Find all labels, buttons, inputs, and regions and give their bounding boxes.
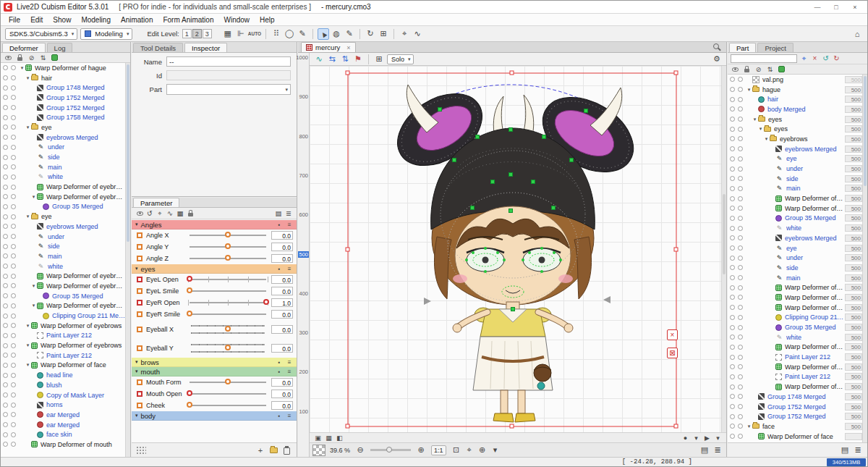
collapse-icon[interactable]: ▾: [135, 359, 138, 365]
tree-item[interactable]: ear Merged: [1, 420, 125, 430]
collapse-icon[interactable]: ▾: [746, 424, 752, 429]
visibility-toggle[interactable]: [730, 256, 735, 261]
mirror-h-icon[interactable]: ⇆: [326, 54, 338, 65]
tree-item[interactable]: under: [1, 232, 125, 242]
tree-item[interactable]: ▾eye: [1, 211, 125, 222]
visibility-toggle[interactable]: [3, 392, 8, 397]
param-slider[interactable]: [188, 321, 268, 338]
slider-handle[interactable]: [187, 311, 192, 316]
tree-item[interactable]: under500: [728, 253, 862, 263]
collapse-icon[interactable]: ▾: [30, 303, 37, 308]
lock-toggle[interactable]: [11, 244, 16, 249]
keyform-indicator[interactable]: [137, 345, 142, 351]
group-keyform-icon[interactable]: ▪: [276, 221, 283, 229]
lock-toggle[interactable]: [738, 216, 743, 221]
solo-filter-icon[interactable]: ⊘: [754, 65, 762, 74]
lock-toggle[interactable]: [11, 194, 16, 199]
delete-form-button[interactable]: ×: [667, 329, 678, 340]
param-sheet-icon[interactable]: ▤: [274, 209, 283, 218]
visibility-toggle[interactable]: [730, 434, 735, 439]
tree-item[interactable]: under500: [728, 164, 862, 174]
play-menu-icon[interactable]: ▾: [713, 434, 723, 442]
tree-item[interactable]: eyebrows Merged500: [728, 233, 862, 243]
visibility-toggle[interactable]: [3, 214, 8, 219]
visibility-toggle[interactable]: [730, 305, 735, 310]
lock-toggle[interactable]: [11, 95, 16, 100]
visibility-toggle[interactable]: [3, 303, 8, 308]
sdk-version-select[interactable]: SDK5.3/Cubism5.3 ▾: [5, 28, 77, 40]
parts-grid-icon[interactable]: ▤: [839, 445, 851, 456]
lock-toggle[interactable]: [738, 127, 743, 132]
lock-toggle[interactable]: [11, 314, 16, 319]
tree-item[interactable]: white500: [728, 223, 862, 233]
snap-center-icon[interactable]: ⌖: [464, 445, 475, 456]
menu-form-animation[interactable]: Form Animation: [158, 16, 218, 24]
visibility-toggle[interactable]: [730, 117, 735, 122]
param-slider[interactable]: [188, 253, 268, 264]
lock-toggle[interactable]: [11, 382, 16, 387]
param-value[interactable]: 0.0: [271, 243, 293, 251]
lock-toggle[interactable]: [11, 135, 16, 140]
redo-icon[interactable]: ↻: [832, 54, 841, 63]
group-menu-icon[interactable]: ≡: [286, 368, 293, 376]
tree-item[interactable]: val.png500: [728, 75, 862, 85]
visibility-toggle[interactable]: [3, 244, 8, 249]
tree-item[interactable]: side500: [728, 174, 862, 184]
collapse-icon[interactable]: ▾: [763, 136, 770, 142]
tree-item[interactable]: horns: [1, 400, 125, 410]
param-lock-icon[interactable]: [186, 209, 195, 218]
slider-handle[interactable]: [225, 255, 231, 261]
zoom-slider[interactable]: [370, 449, 411, 451]
lock-toggle[interactable]: [738, 245, 743, 251]
tree-item[interactable]: Group 1752 Merged: [1, 103, 125, 113]
visibility-toggle[interactable]: [730, 295, 735, 300]
collapse-icon[interactable]: ▾: [19, 65, 25, 71]
tab-inspector[interactable]: Inspector: [184, 43, 227, 52]
lock-toggle[interactable]: [738, 167, 743, 172]
param-menu-icon[interactable]: ≣: [284, 209, 293, 218]
tree-item[interactable]: Group 35 Merged500: [728, 214, 862, 224]
tree-item[interactable]: ▾Warp Deformer of eyebrows4: [1, 301, 125, 311]
lock-toggle[interactable]: [11, 75, 16, 80]
group-menu-icon[interactable]: ≡: [286, 358, 293, 366]
param-slider[interactable]: [188, 389, 268, 399]
keyform-indicator[interactable]: [137, 327, 142, 332]
lock-toggle[interactable]: [738, 176, 743, 181]
keyform-indicator[interactable]: [137, 311, 142, 317]
tree-item[interactable]: Paint Layer 212500: [728, 352, 862, 362]
lock-toggle[interactable]: [11, 303, 16, 308]
edit-level-1[interactable]: 1: [182, 29, 192, 38]
visibility-toggle[interactable]: [730, 235, 735, 240]
tree-item[interactable]: under: [1, 143, 125, 153]
param-value[interactable]: 0.0: [271, 254, 293, 263]
grid-toggle-icon[interactable]: ⊞: [373, 54, 385, 65]
glue-icon[interactable]: ⊩: [235, 28, 247, 40]
balloon-icon[interactable]: ◍: [331, 28, 342, 40]
visibility-toggle[interactable]: [730, 206, 735, 211]
tree-item[interactable]: Warp Deformer of eyebrows2: [1, 182, 125, 192]
new-folder-icon[interactable]: [268, 445, 279, 456]
visibility-toggle[interactable]: [3, 274, 8, 279]
tree-item[interactable]: Group 35 Merged500: [728, 322, 862, 332]
tree-item[interactable]: Paint Layer 212500: [728, 372, 862, 382]
search-icon[interactable]: [710, 41, 722, 52]
lock-toggle[interactable]: [738, 97, 743, 102]
tree-item[interactable]: Paint Layer 212: [1, 350, 125, 361]
clear-icon[interactable]: ×: [810, 54, 820, 63]
snapshot-icon[interactable]: ▣: [313, 434, 323, 442]
tab-part[interactable]: Part: [729, 43, 756, 52]
lasso-icon[interactable]: ◯: [284, 28, 295, 40]
slider-handle[interactable]: [225, 345, 231, 350]
visibility-toggle[interactable]: [730, 216, 735, 221]
visibility-toggle[interactable]: [730, 106, 735, 112]
home-icon[interactable]: ⌂: [851, 28, 863, 40]
lock-toggle[interactable]: [738, 275, 743, 280]
menu-modeling[interactable]: Modeling: [76, 16, 116, 24]
split-view-icon[interactable]: ▤: [699, 445, 710, 456]
param-group-header[interactable]: ▾Angles▪≡: [132, 220, 297, 230]
lock-toggle[interactable]: [11, 353, 16, 358]
visibility-toggle[interactable]: [730, 156, 735, 161]
visibility-toggle[interactable]: [730, 196, 735, 201]
slider-handle[interactable]: [187, 402, 192, 408]
stroke-icon[interactable]: ∿: [313, 54, 325, 65]
